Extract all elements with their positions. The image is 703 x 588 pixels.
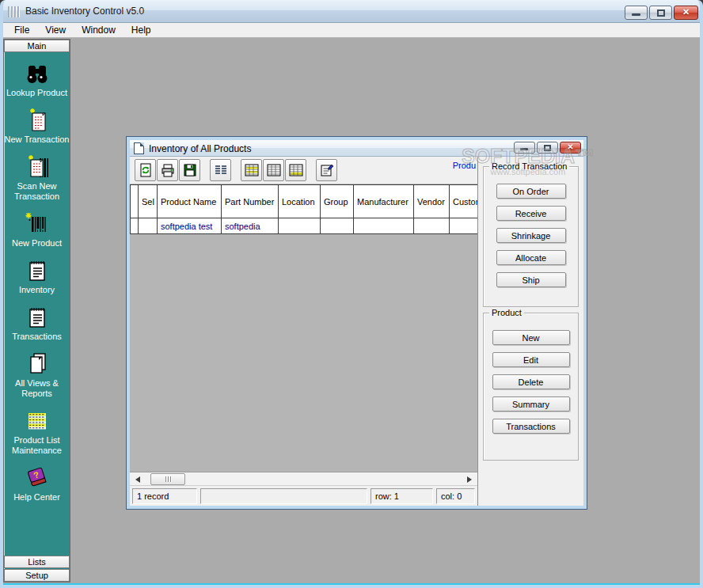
column-header-group[interactable]: Group: [321, 185, 354, 218]
row-selector-header[interactable]: [131, 185, 139, 218]
cell-group[interactable]: [321, 218, 354, 234]
column-header-customer[interactable]: Customer: [450, 185, 478, 218]
refresh-icon: [138, 162, 154, 178]
column-header-location[interactable]: Location: [279, 185, 321, 218]
properties-button[interactable]: [316, 159, 337, 181]
action-panel: Record Transaction On Order Receive Shri…: [478, 157, 583, 506]
record-count: 1 record: [132, 488, 197, 504]
barcode-icon: [24, 211, 51, 237]
notepad-icon: [24, 304, 51, 331]
cell-sel[interactable]: [139, 218, 158, 234]
print-button[interactable]: [157, 159, 178, 181]
on-order-button[interactable]: On Order: [496, 184, 566, 199]
table-row[interactable]: softpedia test softpedia: [131, 218, 478, 234]
horizontal-scrollbar[interactable]: [130, 472, 477, 485]
column-header-vendor[interactable]: Vendor: [414, 185, 450, 218]
sidebar-tab-lists[interactable]: Lists: [4, 556, 70, 568]
refresh-button[interactable]: [135, 159, 156, 181]
col-indicator: col: 0: [436, 488, 475, 504]
cell-product-name[interactable]: softpedia test: [158, 218, 222, 234]
cell-vendor[interactable]: [414, 218, 450, 234]
scroll-right-arrow[interactable]: [463, 473, 476, 485]
new-button[interactable]: New: [492, 330, 570, 345]
status-bar: 1 record row: 1 col: 0: [130, 485, 477, 506]
properties-icon: [319, 162, 335, 178]
minimize-button[interactable]: [625, 6, 648, 20]
grid-header-row: Sel Product Name Part Number Location Gr…: [131, 185, 478, 218]
ship-button[interactable]: Ship: [496, 272, 566, 287]
allocate-button[interactable]: Allocate: [496, 250, 566, 265]
sidebar-tab-main[interactable]: Main: [4, 40, 70, 52]
cell-location[interactable]: [279, 218, 321, 234]
sidebar-item-product-list-maintenance[interactable]: Product List Maintenance: [4, 408, 70, 456]
child-close-button[interactable]: ✕: [560, 142, 581, 154]
sidebar-tab-setup[interactable]: Setup: [4, 569, 70, 582]
menu-view[interactable]: View: [37, 23, 74, 37]
window-title: Basic Inventory Control v5.0: [25, 6, 144, 17]
row-selector-cell[interactable]: [131, 218, 139, 234]
receive-button[interactable]: Receive: [496, 206, 566, 221]
sidebar-item-all-views-reports[interactable]: All Views & Reports: [4, 351, 70, 399]
sidebar-item-help-center[interactable]: ? Help Center: [4, 465, 70, 503]
row-indicator: row: 1: [370, 488, 433, 504]
sidebar-item-label: New Product: [12, 238, 62, 248]
document-icon: [134, 142, 144, 154]
sidebar-item-label: Transactions: [12, 332, 62, 342]
shrinkage-button[interactable]: Shrinkage: [496, 228, 566, 243]
grid-plain-button[interactable]: [263, 159, 284, 181]
notepad-icon: [24, 257, 51, 284]
inventory-child-window: Inventory of All Products ✕: [127, 137, 587, 509]
save-icon: [182, 162, 198, 178]
sidebar-item-new-product[interactable]: New Product: [4, 211, 70, 248]
current-view-label: Produ: [453, 161, 476, 170]
summary-button[interactable]: Summary: [492, 396, 570, 412]
cell-customer[interactable]: [450, 218, 478, 234]
new-receipt-icon: [24, 107, 51, 134]
maximize-button[interactable]: [649, 6, 672, 20]
app-barcode-icon: [8, 6, 21, 18]
edit-button[interactable]: Edit: [492, 352, 570, 367]
cell-manufacturer[interactable]: [354, 218, 414, 234]
column-header-product-name[interactable]: Product Name: [158, 185, 222, 218]
sidebar-item-inventory[interactable]: Inventory: [4, 257, 70, 295]
grid-columns-highlight-button[interactable]: [241, 159, 262, 181]
sidebar-item-new-transaction[interactable]: New Transaction: [4, 107, 70, 145]
product-group: Product New Edit Delete Summary Transact…: [483, 313, 579, 461]
child-title-bar[interactable]: Inventory of All Products ✕: [130, 140, 583, 157]
grid-plain-icon: [266, 162, 282, 178]
child-restore-button[interactable]: [537, 142, 558, 154]
striped-list-icon: [24, 408, 51, 434]
menu-window[interactable]: Window: [74, 23, 124, 37]
sidebar-item-label: Lookup Product: [6, 88, 67, 98]
cell-part-number[interactable]: softpedia: [222, 218, 279, 234]
sidebar-item-label: Product List Maintenance: [4, 435, 70, 456]
scroll-left-arrow[interactable]: [131, 473, 144, 485]
sidebar: Main Lookup Product: [3, 39, 70, 582]
documents-icon: [24, 351, 51, 377]
sidebar-item-label: Scan New Transaction: [4, 181, 70, 202]
close-button[interactable]: ✕: [674, 6, 698, 20]
child-window-title: Inventory of All Products: [149, 143, 251, 154]
record-transaction-group: Record Transaction On Order Receive Shri…: [483, 166, 579, 307]
list-view-icon: [213, 162, 229, 178]
column-header-part-number[interactable]: Part Number: [222, 185, 279, 218]
sidebar-item-scan-new-transaction[interactable]: Scan New Transaction: [4, 154, 70, 202]
list-view-button[interactable]: [210, 159, 231, 181]
grid-rows-highlight-button[interactable]: [285, 159, 306, 181]
sidebar-item-transactions[interactable]: Transactions: [4, 304, 70, 342]
column-header-manufacturer[interactable]: Manufacturer: [354, 185, 414, 218]
column-header-sel[interactable]: Sel: [139, 185, 158, 218]
menu-help[interactable]: Help: [124, 23, 159, 37]
menu-file[interactable]: File: [6, 23, 37, 37]
application-window: Basic Inventory Control v5.0 ✕ File View…: [0, 0, 703, 588]
workspace: Main Lookup Product: [0, 38, 703, 583]
delete-button[interactable]: Delete: [492, 374, 570, 389]
transactions-button[interactable]: Transactions: [492, 419, 570, 434]
scan-receipt-icon: [24, 154, 51, 180]
save-button[interactable]: [179, 159, 200, 181]
scrollbar-thumb[interactable]: [150, 473, 185, 485]
status-message: [200, 488, 367, 504]
sidebar-item-lookup-product[interactable]: Lookup Product: [4, 60, 70, 98]
binoculars-icon: [24, 60, 51, 87]
child-minimize-button[interactable]: [514, 142, 535, 154]
